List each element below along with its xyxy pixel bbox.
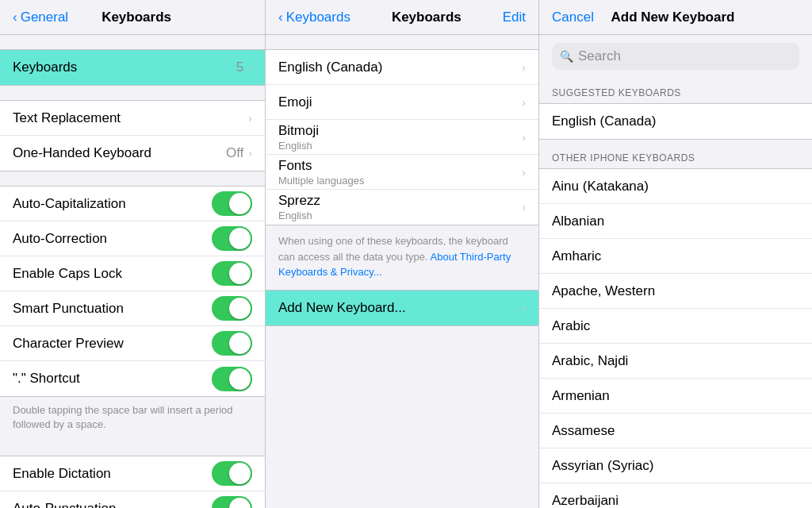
keyboard-emoji-label: Emoji [278, 94, 522, 110]
auto-punctuation-toggle[interactable] [212, 496, 252, 508]
enable-caps-lock-row: Enable Caps Lock [0, 256, 265, 291]
search-placeholder: Search [578, 48, 791, 64]
smart-punctuation-label: Smart Punctuation [13, 301, 212, 317]
toggle-group: Auto-Capitalization Auto-Correction Enab… [0, 186, 265, 397]
enable-dictation-label: Enable Dictation [13, 466, 212, 482]
other-keyboards-header: OTHER IPHONE KEYBOARDS [539, 140, 812, 168]
keyboard-fonts[interactable]: Fonts Multiple languages › [266, 155, 538, 190]
character-preview-toggle[interactable] [212, 331, 252, 356]
keyboard-arabic-najdi-label: Arabic, Najdi [552, 353, 799, 369]
keyboard-amharic[interactable]: Amharic [539, 239, 812, 274]
keyboard-emoji-chevron: › [522, 96, 526, 109]
nav-bar-panel1: ‹ General Keyboards [0, 0, 265, 35]
keyboard-assamese-label: Assamese [552, 423, 799, 439]
nav-bar-panel2: ‹ Keyboards Keyboards Edit [266, 0, 538, 35]
keyboard-fonts-sublabel: Multiple languages [278, 175, 522, 187]
keyboard-amharic-label: Amharic [552, 248, 799, 264]
text-replacement-row[interactable]: Text Replacement › [0, 101, 265, 136]
add-keyboard-button[interactable]: Add New Keyboard... › [266, 291, 538, 325]
keyboard-list-group: English (Canada) › Emoji › Bitmoji Engli… [266, 49, 538, 225]
auto-correction-row: Auto-Correction [0, 221, 265, 256]
suggested-keyboards-list: English (Canada) [539, 103, 812, 140]
settings-group: Text Replacement › One-Handed Keyboard O… [0, 100, 265, 171]
keyboard-sprezz-label: Sprezz [278, 193, 522, 209]
enable-caps-lock-label: Enable Caps Lock [13, 266, 212, 282]
keyboard-bitmoji-sublabel: English [278, 140, 522, 152]
keyboard-fonts-sub: Fonts Multiple languages [278, 158, 522, 187]
keyboards-count: 5 [236, 60, 243, 75]
back-button-keyboards[interactable]: ‹ Keyboards [278, 10, 350, 25]
keyboard-albanian[interactable]: Albanian [539, 204, 812, 239]
keyboard-emoji[interactable]: Emoji › [266, 85, 538, 120]
keyboard-armenian[interactable]: Armenian [539, 379, 812, 414]
cancel-button[interactable]: Cancel [552, 10, 594, 25]
auto-capitalization-toggle[interactable] [212, 191, 252, 216]
panel-add-keyboard: Cancel Add New Keyboard 🔍 Search SUGGEST… [539, 0, 812, 508]
text-replacement-label: Text Replacement [13, 110, 248, 126]
keyboard-albanian-label: Albanian [552, 214, 799, 229]
nav-title-panel2: Keyboards [392, 10, 462, 25]
edit-button[interactable]: Edit [503, 10, 526, 25]
keyboard-bitmoji[interactable]: Bitmoji English › [266, 120, 538, 155]
keyboard-assyrian-label: Assyrian (Syriac) [552, 458, 799, 474]
smart-punctuation-toggle[interactable] [212, 296, 252, 321]
other-keyboards-list: Ainu (Katakana) Albanian Amharic Apache,… [539, 168, 812, 508]
chevron-left-icon-2: ‹ [278, 10, 283, 25]
keyboard-azerbaijani-label: Azerbaijani [552, 493, 799, 508]
auto-correction-toggle[interactable] [212, 226, 252, 251]
one-handed-value: Off [226, 145, 243, 161]
keyboard-apache-western[interactable]: Apache, Western [539, 274, 812, 309]
keyboards-chevron: › [248, 61, 252, 74]
search-bar[interactable]: 🔍 Search [552, 43, 799, 70]
keyboard-sprezz-sub: Sprezz English [278, 193, 522, 221]
nav-bar-panel3: Cancel Add New Keyboard [539, 0, 812, 35]
enable-dictation-row: Enable Dictation [0, 456, 265, 491]
back-label-general: General [21, 10, 68, 25]
nav-title-panel3: Add New Keyboard [611, 10, 735, 25]
add-keyboard-chevron: › [522, 302, 526, 314]
keyboards-row-label: Keyboards [13, 60, 236, 75]
keyboard-ainu[interactable]: Ainu (Katakana) [539, 169, 812, 204]
keyboard-apache-western-label: Apache, Western [552, 283, 799, 299]
back-button-general[interactable]: ‹ General [13, 10, 68, 25]
keyboard-english-canada[interactable]: English (Canada) › [266, 50, 538, 85]
period-shortcut-label: "." Shortcut [13, 371, 212, 387]
period-shortcut-toggle[interactable] [212, 367, 252, 391]
keyboard-bitmoji-sub: Bitmoji English [278, 123, 522, 152]
keyboard-privacy-info: When using one of these keyboards, the k… [266, 225, 538, 290]
back-label-keyboards: Keyboards [286, 10, 350, 25]
smart-punctuation-row: Smart Punctuation [0, 291, 265, 326]
character-preview-label: Character Preview [13, 336, 212, 352]
keyboard-assyrian[interactable]: Assyrian (Syriac) [539, 448, 812, 483]
keyboard-arabic[interactable]: Arabic [539, 309, 812, 344]
period-shortcut-footnote: Double tapping the space bar will insert… [0, 397, 265, 441]
auto-capitalization-row: Auto-Capitalization [0, 187, 265, 221]
panel-keyboards-settings: ‹ General Keyboards Keyboards 5 › Text R… [0, 0, 266, 508]
keyboard-english-canada-label: English (Canada) [278, 60, 522, 75]
keyboard-armenian-label: Armenian [552, 388, 799, 404]
keyboard-bitmoji-chevron: › [522, 131, 526, 144]
keyboard-arabic-najdi[interactable]: Arabic, Najdi [539, 344, 812, 379]
auto-punctuation-row: Auto-Punctuation [0, 491, 265, 508]
text-replacement-chevron: › [248, 112, 252, 125]
suggested-english-canada-label: English (Canada) [552, 114, 799, 129]
keyboards-row[interactable]: Keyboards 5 › [0, 50, 265, 85]
keyboard-azerbaijani[interactable]: Azerbaijani [539, 483, 812, 508]
auto-correction-label: Auto-Correction [13, 231, 212, 247]
one-handed-label: One-Handed Keyboard [13, 145, 226, 161]
keyboard-sprezz-chevron: › [522, 201, 526, 214]
keyboard-arabic-label: Arabic [552, 318, 799, 334]
period-shortcut-row: "." Shortcut [0, 361, 265, 396]
enable-caps-lock-toggle[interactable] [212, 261, 252, 286]
one-handed-keyboard-row[interactable]: One-Handed Keyboard Off › [0, 136, 265, 171]
keyboard-assamese[interactable]: Assamese [539, 414, 812, 448]
enable-dictation-toggle[interactable] [212, 461, 252, 486]
keyboard-english-canada-chevron: › [522, 61, 526, 74]
add-keyboard-label: Add New Keyboard... [278, 300, 522, 316]
keyboard-sprezz-sublabel: English [278, 210, 522, 221]
search-icon: 🔍 [560, 50, 573, 63]
character-preview-row: Character Preview [0, 326, 265, 361]
keyboard-sprezz[interactable]: Sprezz English › [266, 190, 538, 225]
suggested-english-canada[interactable]: English (Canada) [539, 104, 812, 139]
one-handed-chevron: › [248, 147, 252, 160]
